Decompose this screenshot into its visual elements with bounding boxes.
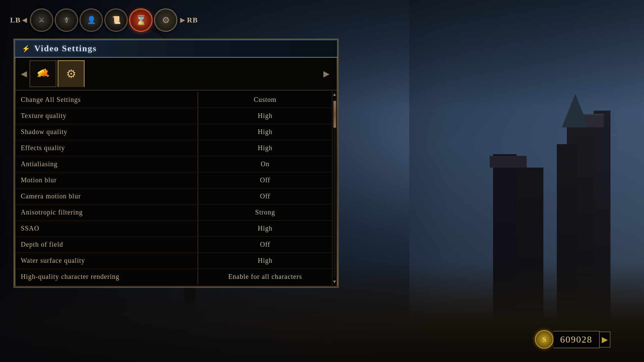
nav-right-arrow: ▶ — [180, 16, 185, 24]
setting-row-0[interactable]: Change All SettingsCustom — [15, 92, 332, 108]
settings-list: Change All SettingsCustomTexture quality… — [15, 90, 332, 286]
setting-label-6: Camera motion blur — [15, 188, 198, 204]
setting-label-3: Effects quality — [15, 140, 198, 156]
setting-row-7[interactable]: Anisotropic filteringStrong — [15, 204, 332, 221]
nav-icon-shield[interactable]: 🗡 — [55, 8, 78, 32]
setting-row-1[interactable]: Texture qualityHigh — [15, 108, 332, 124]
tab-weapon[interactable]: 🔫 — [30, 60, 56, 87]
setting-row-11[interactable]: High-quality character renderingEnable f… — [15, 269, 332, 285]
setting-label-0: Change All Settings — [15, 92, 198, 108]
setting-row-5[interactable]: Motion blurOff — [15, 172, 332, 188]
setting-row-2[interactable]: Shadow qualityHigh — [15, 124, 332, 140]
setting-row-6[interactable]: Camera motion blurOff — [15, 188, 332, 204]
setting-row-10[interactable]: Water surface qualityHigh — [15, 253, 332, 269]
setting-label-11: High-quality character rendering — [15, 269, 198, 285]
right-trigger-label: RB — [187, 16, 198, 24]
tab-weapon-icon: 🔫 — [34, 65, 52, 83]
nav-left-arrow: ◀ — [22, 16, 27, 24]
scrollbar: ▲ ▼ — [332, 90, 337, 286]
main-panel: ◀ 🔫 ⚙ ▶ Change All SettingsCustomTexture… — [14, 58, 338, 287]
nav-icon-row: ⚔ 🗡 👤 📜 ⌛ ⚙ — [30, 8, 177, 32]
tab-right-arrow[interactable]: ▶ — [321, 69, 332, 78]
soul-symbol: S — [542, 335, 546, 344]
setting-value-10: High — [198, 253, 332, 268]
setting-value-7: Strong — [198, 204, 332, 220]
setting-row-3[interactable]: Effects qualityHigh — [15, 140, 332, 156]
setting-value-5: Off — [198, 172, 332, 188]
setting-value-0: Custom — [198, 92, 332, 108]
nav-icon-portrait[interactable]: 👤 — [79, 8, 103, 32]
setting-value-8: High — [198, 221, 332, 236]
soul-counter: S 609028 ▶ — [535, 330, 610, 349]
left-trigger-label: LB — [10, 16, 20, 24]
setting-row-8[interactable]: SSAOHigh — [15, 221, 332, 237]
nav-icon-active[interactable]: ⌛ — [129, 8, 153, 32]
setting-label-2: Shadow quality — [15, 124, 198, 140]
setting-label-5: Motion blur — [15, 172, 198, 188]
tab-left-arrow[interactable]: ◀ — [18, 69, 30, 78]
setting-label-1: Texture quality — [15, 108, 198, 124]
nav-icon-map[interactable]: 📜 — [104, 8, 128, 32]
settings-container: Change All SettingsCustomTexture quality… — [15, 90, 337, 286]
setting-label-9: Depth of field — [15, 237, 198, 252]
scroll-up-arrow[interactable]: ▲ — [331, 90, 338, 99]
ui-container: LB ◀ ⚔ 🗡 👤 📜 ⌛ ⚙ — [0, 0, 352, 362]
setting-value-2: High — [198, 124, 332, 140]
setting-label-10: Water surface quality — [15, 253, 198, 268]
setting-row-4[interactable]: AntialiasingOn — [15, 156, 332, 172]
setting-label-8: SSAO — [15, 221, 198, 236]
soul-count-display: 609028 — [553, 331, 600, 348]
soul-arrow: ▶ — [600, 331, 610, 348]
setting-label-7: Anisotropic filtering — [15, 204, 198, 220]
nav-icon-gear[interactable]: ⚙ — [154, 8, 177, 32]
tab-gear[interactable]: ⚙ — [58, 60, 85, 87]
nav-icon-sword[interactable]: ⚔ — [30, 8, 53, 32]
scroll-thumb[interactable] — [333, 101, 336, 128]
title-bar: ⚡ Video Settings — [14, 40, 338, 58]
scroll-track — [333, 99, 336, 277]
setting-value-3: High — [198, 140, 332, 156]
title-icon: ⚡ — [22, 45, 30, 53]
soul-icon: S — [535, 330, 553, 349]
setting-value-1: High — [198, 108, 332, 124]
setting-value-11: Enable for all characters — [198, 269, 332, 285]
tab-gear-icon: ⚙ — [66, 67, 76, 80]
top-navigation: LB ◀ ⚔ 🗡 👤 📜 ⌛ ⚙ — [7, 7, 345, 34]
setting-value-6: Off — [198, 188, 332, 204]
setting-label-4: Antialiasing — [15, 156, 198, 172]
icon-tabs-row: ◀ 🔫 ⚙ ▶ — [15, 58, 337, 90]
setting-row-9[interactable]: Depth of fieldOff — [15, 237, 332, 253]
scroll-down-arrow[interactable]: ▼ — [331, 278, 338, 286]
setting-value-4: On — [198, 156, 332, 172]
page-title: Video Settings — [34, 44, 97, 54]
setting-value-9: Off — [198, 237, 332, 252]
outer-panel: ⚡ Video Settings ◀ 🔫 ⚙ ▶ — [13, 39, 339, 288]
